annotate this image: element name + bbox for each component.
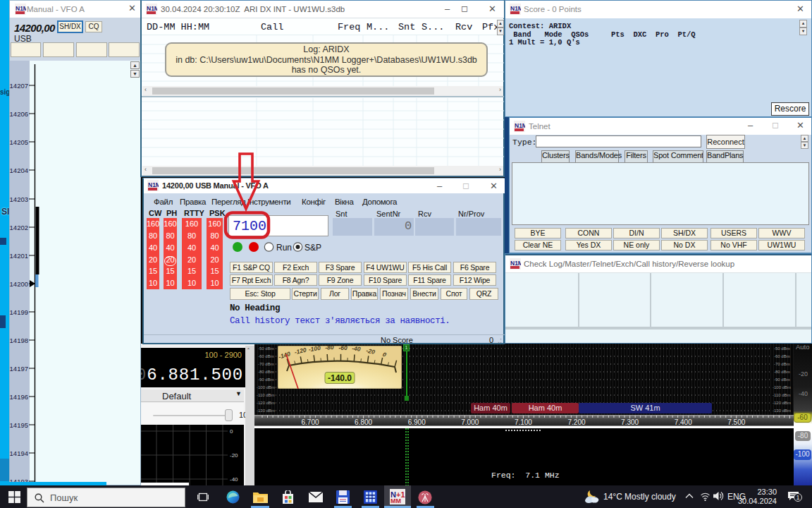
svg-text:-50 dBm: -50 dBm [774,346,790,351]
svg-text:14206: 14206 [10,110,28,118]
svg-text:-90 dBm: -90 dBm [258,377,274,382]
svg-text:14200: 14200 [10,280,28,288]
svg-text:N1M: N1M [148,181,159,188]
svg-text:N1M: N1M [16,5,26,12]
svg-text:N1M: N1M [147,5,157,12]
svg-text:N1M: N1M [515,122,525,129]
svg-text:-110 dBm: -110 dBm [773,393,791,397]
svg-text:14201: 14201 [10,252,28,260]
svg-text:-130 dBm: -130 dBm [257,409,275,413]
svg-text:-80: -80 [325,346,334,351]
svg-text:-70 dBm: -70 dBm [774,362,790,366]
svg-text:-40: -40 [230,476,238,483]
svg-text:14205: 14205 [10,138,28,146]
svg-text:0: 0 [230,428,233,435]
svg-text:-100 dBm: -100 dBm [257,385,275,389]
svg-text:-60: -60 [339,346,348,351]
svg-text:14199: 14199 [10,308,28,316]
svg-text:14195: 14195 [10,421,28,429]
svg-text:-20: -20 [230,452,238,459]
svg-text:-120 dBm: -120 dBm [257,401,275,405]
svg-text:-80 dBm: -80 dBm [258,370,274,374]
svg-text:N1M: N1M [510,260,521,267]
svg-text:14194: 14194 [10,449,28,457]
svg-text:14196: 14196 [10,393,28,401]
svg-text:-70 dBm: -70 dBm [258,362,274,366]
svg-text:-80 dBm: -80 dBm [774,370,790,374]
svg-text:-110 dBm: -110 dBm [257,393,275,397]
svg-text:-40: -40 [352,346,362,353]
svg-text:-60 dBm: -60 dBm [774,354,790,358]
svg-text:-120 dBm: -120 dBm [773,401,791,405]
svg-text:14202: 14202 [10,224,28,231]
svg-text:-90 dBm: -90 dBm [774,377,790,382]
svg-text:14203: 14203 [10,195,28,203]
svg-text:14204: 14204 [10,167,28,174]
svg-text:-130 dBm: -130 dBm [773,409,791,413]
svg-text:14198: 14198 [10,337,28,344]
svg-text:14207: 14207 [10,82,28,90]
svg-text:14197: 14197 [10,365,28,373]
svg-text:-50 dBm: -50 dBm [258,346,274,351]
svg-text:-60 dBm: -60 dBm [258,354,274,358]
svg-text:MM: MM [390,497,401,504]
svg-text:N1M: N1M [510,5,521,12]
svg-text:-140.0: -140.0 [328,373,352,383]
svg-text:-100 dBm: -100 dBm [773,385,791,389]
